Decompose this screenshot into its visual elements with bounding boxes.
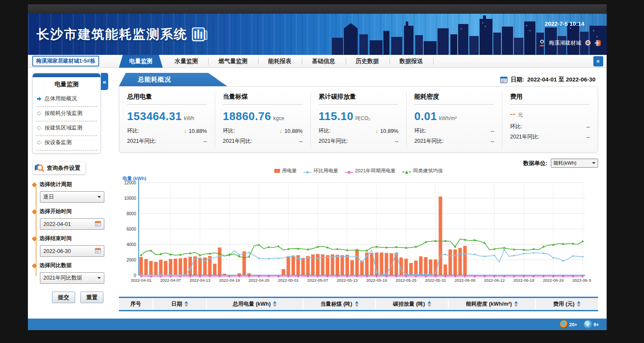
orange-diamond-bullet: [32, 209, 36, 214]
sort-ascending-icon[interactable]: [577, 301, 580, 304]
table-column-4[interactable]: 当量标煤 (吨): [304, 298, 376, 310]
sort-ascending-icon[interactable]: [273, 301, 276, 304]
sort-icons[interactable]: [185, 301, 188, 307]
building-selector[interactable]: 梅溪湖家居建材城1-5#栋: [32, 56, 99, 66]
sort-descending-icon[interactable]: [273, 304, 276, 307]
calendar-icon: [500, 76, 507, 83]
sidebar-item-1[interactable]: 总体用能概况: [36, 92, 97, 107]
nav-tab-5[interactable]: 基础信息: [302, 55, 346, 68]
legend-item-4[interactable]: 同类建筑均值: [402, 168, 443, 174]
nav-tab-2[interactable]: 水量监测: [164, 55, 208, 68]
sort-descending-icon[interactable]: [355, 304, 358, 307]
select-4[interactable]: 2021年同比数据: [40, 272, 104, 284]
marker-mom: [503, 249, 505, 251]
stat-value-row: 18860.76kgce: [223, 110, 303, 123]
sidebar-item-label: 按能耗分项监测: [45, 110, 82, 117]
nav-tab-4[interactable]: 能耗报表: [258, 55, 302, 68]
nav-tab-3[interactable]: 燃气量监测: [208, 55, 258, 68]
calendar-picker-icon[interactable]: [95, 221, 101, 228]
date-input-3[interactable]: 2022-06-30: [40, 245, 104, 257]
marker-yoy2021: [150, 276, 152, 277]
magnifier-icon: [35, 164, 44, 172]
sort-icons[interactable]: [577, 301, 580, 307]
building-logo-icon: [192, 27, 207, 42]
x-tick-label: 2022-05-13: [337, 278, 358, 283]
nav-tab-6[interactable]: 历史数据: [346, 55, 389, 68]
marker-yoy2021: [346, 276, 348, 277]
sidebar-collapse-button[interactable]: «: [101, 73, 108, 90]
marker-yoy2021: [327, 276, 328, 277]
stat-value: 0.01: [414, 110, 437, 123]
sort-icons[interactable]: [514, 301, 518, 307]
bar-2022-04-02: [144, 259, 148, 275]
marker-yoy2021: [189, 276, 191, 277]
sidebar: 电量监测 总体用能概况按能耗分项监测按建筑区域监测按设备监测 « 查询条件设置 …: [28, 68, 114, 319]
sort-ascending-icon[interactable]: [355, 301, 358, 304]
sort-ascending-icon[interactable]: [185, 301, 188, 304]
stat-yoy-row: 2021年同比:--: [223, 138, 303, 145]
calendar-picker-icon[interactable]: [95, 248, 101, 255]
data-unit-select[interactable]: 能耗(kWh): [551, 159, 598, 168]
legend-item-3[interactable]: 2021年同期用电量: [345, 168, 396, 174]
sidebar-item-4[interactable]: 按设备监测: [36, 136, 97, 150]
sort-icons[interactable]: [428, 301, 431, 307]
sidebar-menu-panel: 电量监测 总体用能概况按能耗分项监测按建筑区域监测按设备监测: [32, 73, 101, 153]
marker-yoy2021: [160, 276, 161, 277]
marker-mom: [288, 256, 289, 258]
marker-yoy2021: [297, 276, 299, 277]
sort-icons[interactable]: [355, 301, 358, 307]
marker-mom: [140, 274, 142, 276]
expand-top-button[interactable]: «: [593, 56, 603, 66]
form-field-label-1: 选择统计周期: [32, 181, 105, 188]
table-column-2[interactable]: 日期: [153, 298, 207, 310]
marker-mom: [248, 252, 250, 253]
marker-mom: [444, 253, 446, 255]
browser-badge-firefox: 20+: [560, 320, 577, 328]
legend-label: 同类建筑均值: [413, 168, 443, 174]
marker-mom: [327, 256, 328, 258]
stat-value: 115.10: [319, 110, 353, 123]
x-tick-label: 2022-05-07: [307, 278, 328, 283]
marker-yoy2021: [494, 276, 495, 277]
logout-icon[interactable]: [595, 39, 601, 47]
table-column-6[interactable]: 能耗密度 (kWh/m²): [449, 298, 536, 310]
chevron-down-icon: [97, 196, 101, 198]
sort-ascending-icon[interactable]: [428, 301, 431, 304]
nav-tab-7[interactable]: 数据报送: [389, 55, 433, 68]
stat-unit: 吨CO₂: [355, 115, 371, 122]
stat-mom-row: 环比:↓10.89%: [319, 127, 398, 135]
date-input-2[interactable]: 2022-04-01: [40, 218, 104, 230]
bar-2022-05-26: [409, 263, 413, 275]
sort-icons[interactable]: [273, 301, 276, 307]
sidebar-item-label: 总体用能概况: [45, 95, 77, 102]
sort-descending-icon[interactable]: [185, 304, 188, 307]
field-value: 2021年同比数据: [43, 274, 82, 282]
stat-value-row: 115.10吨CO₂: [319, 110, 398, 123]
reset-button[interactable]: 重置: [80, 292, 103, 303]
table-column-3[interactable]: 总用电量 (kWh): [207, 298, 304, 310]
marker-mom: [258, 257, 260, 259]
marker-mom: [199, 257, 201, 259]
sort-descending-icon[interactable]: [577, 304, 580, 307]
select-1[interactable]: 逐日: [40, 191, 104, 203]
legend-item-1[interactable]: 用电量: [274, 168, 297, 174]
table-column-5[interactable]: 碳排放量 (吨): [376, 298, 449, 310]
settings-icon[interactable]: ⚙: [585, 39, 591, 47]
stat-mom-number: 10.88%: [189, 128, 207, 134]
nav-tab-1[interactable]: 电量监测: [119, 55, 163, 68]
sort-descending-icon[interactable]: [428, 304, 431, 307]
sidebar-item-3[interactable]: 按建筑区域监测: [36, 121, 97, 136]
sidebar-item-2[interactable]: 按能耗分项监测: [36, 107, 97, 121]
submit-button[interactable]: 提交: [52, 292, 75, 303]
y-tick-label: 8000: [127, 211, 137, 216]
marker-yoy2021: [337, 276, 338, 277]
sort-ascending-icon[interactable]: [514, 301, 518, 304]
table-column-7[interactable]: 费用 (元): [536, 298, 598, 310]
sort-descending-icon[interactable]: [514, 304, 518, 307]
calendar-icon: [95, 248, 101, 253]
field-value: 2022-06-30: [43, 248, 71, 254]
arrow-right-icon-active: [37, 96, 42, 101]
browser-badge-label: 20+: [569, 322, 577, 327]
orange-diamond-bullet: [32, 263, 36, 268]
legend-item-2[interactable]: 环比用电量: [304, 168, 338, 174]
